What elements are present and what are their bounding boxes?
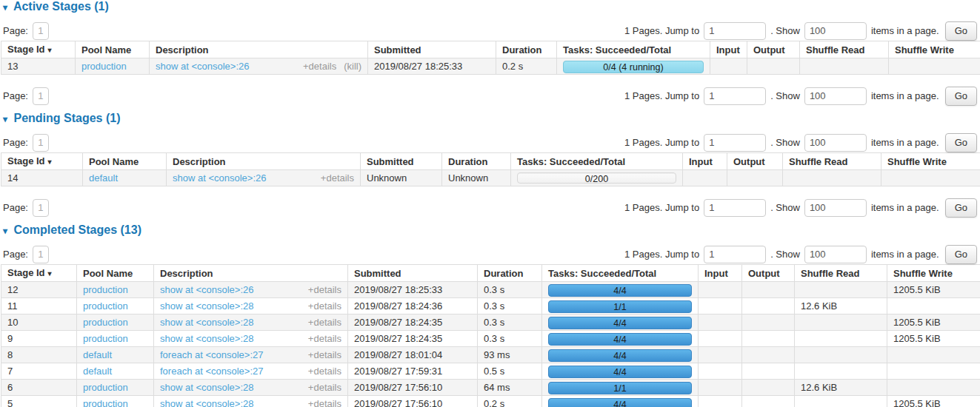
column-header-submitted[interactable]: Submitted xyxy=(348,265,478,282)
column-header-shuffle-write[interactable]: Shuffle Write xyxy=(889,41,980,58)
jump-to-input[interactable] xyxy=(704,87,766,105)
kill-link[interactable]: (kill) xyxy=(344,61,361,72)
column-header-description[interactable]: Description xyxy=(154,265,348,282)
pool-cell: production xyxy=(77,396,154,407)
page-number-box[interactable]: 1 xyxy=(33,199,49,217)
column-header-duration[interactable]: Duration xyxy=(442,153,511,170)
column-header-shuffle-write[interactable]: Shuffle Write xyxy=(881,153,980,170)
show-count-input[interactable] xyxy=(804,134,867,152)
details-toggle[interactable]: +details xyxy=(308,284,341,295)
column-header-input[interactable]: Input xyxy=(710,41,747,58)
column-header-output[interactable]: Output xyxy=(747,41,800,58)
output-cell xyxy=(742,347,795,363)
column-header-output[interactable]: Output xyxy=(727,153,783,170)
input-cell xyxy=(699,347,742,363)
pool-name-link[interactable]: production xyxy=(83,284,128,295)
go-button[interactable]: Go xyxy=(945,198,977,218)
description-link[interactable]: show at <console>:26 xyxy=(156,61,249,72)
column-header-input[interactable]: Input xyxy=(699,265,742,282)
shuffle-write-cell xyxy=(887,363,980,380)
description-link[interactable]: foreach at <console>:27 xyxy=(160,366,264,377)
pool-name-link[interactable]: default xyxy=(89,172,118,184)
section-heading[interactable]: ▾ Active Stages (1) xyxy=(3,1,979,13)
description-link[interactable]: show at <console>:28 xyxy=(160,317,253,328)
description-link[interactable]: show at <console>:28 xyxy=(160,398,253,407)
pool-name-link[interactable]: production xyxy=(83,382,128,393)
description-link[interactable]: show at <console>:28 xyxy=(160,300,253,312)
column-header-output[interactable]: Output xyxy=(742,265,795,282)
pool-name-link[interactable]: default xyxy=(83,349,112,360)
column-header-shuffle-write[interactable]: Shuffle Write xyxy=(887,265,980,282)
details-toggle[interactable]: +details xyxy=(308,349,341,360)
details-toggle[interactable]: +details xyxy=(308,317,341,328)
section-heading[interactable]: ▾ Completed Stages (13) xyxy=(3,224,979,237)
go-button[interactable]: Go xyxy=(945,245,977,264)
column-label: Stage Id xyxy=(7,267,45,278)
column-header-stage-id[interactable]: Stage Id▾ xyxy=(1,41,76,58)
show-count-input[interactable] xyxy=(804,22,867,40)
pages-count-label: 1 Pages. Jump to xyxy=(624,25,699,36)
pool-name-link[interactable]: production xyxy=(83,317,128,328)
pool-name-link[interactable]: production xyxy=(83,333,128,344)
jump-to-input[interactable] xyxy=(704,199,766,217)
show-count-input[interactable] xyxy=(804,199,867,217)
column-header-duration[interactable]: Duration xyxy=(478,265,542,282)
go-button[interactable]: Go xyxy=(945,87,977,106)
jump-to-input[interactable] xyxy=(704,22,766,40)
column-header-input[interactable]: Input xyxy=(683,153,727,170)
column-header-pool-name[interactable]: Pool Name xyxy=(76,41,150,58)
column-header-submitted[interactable]: Submitted xyxy=(361,153,442,170)
description-link[interactable]: show at <console>:28 xyxy=(160,382,253,393)
items-label: items in a page. xyxy=(871,90,939,101)
page-label: Page: xyxy=(3,137,28,148)
pool-name-link[interactable]: default xyxy=(83,366,112,377)
column-header-pool-name[interactable]: Pool Name xyxy=(83,153,167,170)
column-header-duration[interactable]: Duration xyxy=(496,41,557,58)
column-header-pool-name[interactable]: Pool Name xyxy=(77,265,154,282)
column-label: Shuffle Write xyxy=(893,268,953,279)
column-header-submitted[interactable]: Submitted xyxy=(368,41,496,58)
stage-id-cell: 12 xyxy=(1,282,77,298)
column-header-tasks-succeeded-total[interactable]: Tasks: Succeeded/Total xyxy=(557,41,710,58)
column-header-shuffle-read[interactable]: Shuffle Read xyxy=(783,153,881,170)
go-button[interactable]: Go xyxy=(945,21,977,41)
details-toggle[interactable]: +details xyxy=(308,398,341,407)
output-cell xyxy=(742,380,795,396)
description-link[interactable]: show at <console>:26 xyxy=(173,172,266,184)
details-toggle[interactable]: +details xyxy=(308,300,341,312)
show-count-input[interactable] xyxy=(804,246,867,263)
page-number-box[interactable]: 1 xyxy=(33,134,49,152)
column-header-tasks-succeeded-total[interactable]: Tasks: Succeeded/Total xyxy=(542,265,699,282)
description-link[interactable]: foreach at <console>:27 xyxy=(160,349,264,360)
details-toggle[interactable]: +details xyxy=(321,172,354,184)
pool-name-link[interactable]: production xyxy=(81,61,127,72)
show-count-input[interactable] xyxy=(804,87,867,105)
section-heading[interactable]: ▾ Pending Stages (1) xyxy=(3,112,979,125)
details-toggle[interactable]: +details xyxy=(308,333,341,344)
column-header-description[interactable]: Description xyxy=(150,41,368,58)
column-header-stage-id[interactable]: Stage Id▾ xyxy=(1,153,83,170)
column-header-stage-id[interactable]: Stage Id▾ xyxy=(1,265,77,282)
page-number-box[interactable]: 1 xyxy=(33,87,49,105)
pool-cell: default xyxy=(77,363,154,380)
column-label: Shuffle Read xyxy=(801,268,859,279)
description-link[interactable]: show at <console>:26 xyxy=(160,284,253,295)
description-extras: +details xyxy=(308,334,341,343)
pool-name-link[interactable]: production xyxy=(83,300,128,312)
column-header-shuffle-read[interactable]: Shuffle Read xyxy=(795,265,887,282)
duration-cell: 0.3 s xyxy=(478,331,542,347)
details-toggle[interactable]: +details xyxy=(308,366,341,377)
column-header-shuffle-read[interactable]: Shuffle Read xyxy=(800,41,889,58)
submitted-cell: 2019/08/27 18:24:35 xyxy=(348,331,478,347)
jump-to-input[interactable] xyxy=(704,134,766,152)
details-toggle[interactable]: +details xyxy=(303,61,336,72)
jump-to-input[interactable] xyxy=(704,246,766,263)
pool-name-link[interactable]: production xyxy=(83,398,128,407)
description-link[interactable]: show at <console>:28 xyxy=(160,333,253,344)
page-number-box[interactable]: 1 xyxy=(33,22,49,40)
column-header-description[interactable]: Description xyxy=(167,153,361,170)
go-button[interactable]: Go xyxy=(945,133,977,152)
column-header-tasks-succeeded-total[interactable]: Tasks: Succeeded/Total xyxy=(511,153,683,170)
details-toggle[interactable]: +details xyxy=(308,382,341,393)
page-number-box[interactable]: 1 xyxy=(33,246,49,263)
